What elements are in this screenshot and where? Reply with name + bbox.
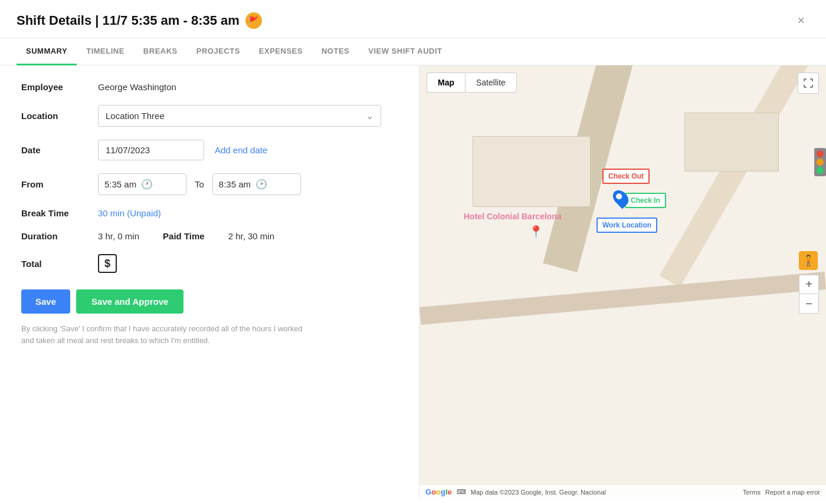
traffic-green: [817, 167, 824, 174]
tabs-bar: SUMMARY TIMELINE BREAKS PROJECTS EXPENSE…: [0, 38, 826, 65]
traffic-red: [817, 150, 824, 157]
duration-group: 3 hr, 0 min Paid Time 2 hr, 30 min: [98, 231, 274, 241]
keyboard-icon: ⌨: [457, 488, 466, 496]
break-label: Break Time: [21, 208, 98, 218]
date-row: Date Add end date: [21, 140, 398, 160]
save-button[interactable]: Save: [21, 289, 70, 314]
location-label: Location: [21, 111, 98, 121]
paid-time-label: Paid Time: [163, 231, 205, 241]
location-value: Location Three: [106, 111, 165, 121]
content-area: Employee George Washington Location Loca…: [0, 65, 826, 499]
worklocation-marker: Work Location: [596, 218, 657, 233]
clock-icon: 🕐: [141, 179, 153, 190]
map-tabs: Map Satellite: [427, 73, 517, 93]
break-row: Break Time 30 min (Unpaid): [21, 208, 398, 218]
tab-breaks[interactable]: BREAKS: [134, 38, 187, 65]
hotel-label: Hotel Colonial Barcelona: [464, 212, 562, 221]
map-pin-blue: [608, 189, 621, 207]
add-end-date-link[interactable]: Add end date: [215, 145, 267, 155]
terms-link[interactable]: Terms: [743, 489, 761, 496]
total-row: Total $: [21, 254, 398, 273]
from-label: From: [21, 179, 98, 189]
checkin-label: Check In: [625, 193, 666, 208]
map-side-controls: 🧍 + −: [799, 251, 819, 314]
road-3: [419, 272, 826, 325]
buttons-row: Save Save and Approve: [21, 289, 398, 314]
to-input[interactable]: 8:35 am 🕑: [212, 173, 301, 195]
total-label: Total: [21, 259, 98, 269]
paid-time-value: 2 hr, 30 min: [228, 231, 274, 241]
disclaimer-text: By clicking 'Save' I confirm that I have…: [21, 323, 304, 346]
break-value[interactable]: 30 min (Unpaid): [98, 208, 161, 218]
title-text: Shift Details | 11/7 5:35 am - 8:35 am: [17, 13, 240, 28]
date-label: Date: [21, 145, 98, 155]
employee-label: Employee: [21, 82, 98, 92]
date-input[interactable]: [98, 140, 204, 160]
block-2: [684, 113, 779, 172]
report-link[interactable]: Report a map error: [765, 489, 820, 496]
map-footer-links: Terms Report a map error: [743, 489, 820, 496]
google-logo: Google: [425, 487, 452, 496]
modal-header: Shift Details | 11/7 5:35 am - 8:35 am 🚩…: [0, 0, 826, 38]
checkout-marker: Check Out: [602, 169, 650, 184]
chevron-down-icon: ⌄: [366, 110, 373, 121]
traffic-yellow: [817, 159, 824, 166]
flag-icon: 🚩: [245, 12, 262, 29]
modal-container: Shift Details | 11/7 5:35 am - 8:35 am 🚩…: [0, 0, 826, 504]
tab-expenses[interactable]: EXPENSES: [250, 38, 312, 65]
location-row: Location Location Three ⌄: [21, 105, 398, 127]
block-1: [473, 136, 591, 207]
map-footer: Google ⌨ Map data ©2023 Google, Inst. Ge…: [419, 485, 826, 499]
zoom-out-button[interactable]: −: [799, 294, 818, 313]
tab-summary[interactable]: SUMMARY: [17, 38, 77, 65]
employee-row: Employee George Washington: [21, 82, 398, 92]
fullscreen-icon: [804, 78, 813, 88]
tab-projects[interactable]: PROJECTS: [187, 38, 250, 65]
location-select[interactable]: Location Three ⌄: [98, 105, 381, 127]
modal-title: Shift Details | 11/7 5:35 am - 8:35 am 🚩: [17, 12, 262, 29]
tab-timeline[interactable]: TIMELINE: [77, 38, 134, 65]
map-background: Hotel Colonial Barcelona 📍 Check Out Che…: [419, 65, 826, 499]
checkout-label: Check Out: [602, 169, 650, 184]
save-approve-button[interactable]: Save and Approve: [76, 289, 183, 314]
map-panel: Map Satellite Hotel Colonial Barcelona: [419, 65, 826, 499]
from-input[interactable]: 5:35 am 🕐: [98, 173, 186, 195]
pin-inner: [615, 192, 623, 200]
clock-icon-2: 🕑: [255, 179, 267, 190]
tab-view-shift-audit[interactable]: VIEW SHIFT AUDIT: [359, 38, 451, 65]
zoom-in-button[interactable]: +: [799, 275, 818, 294]
close-button[interactable]: ×: [792, 12, 809, 29]
employee-value: George Washington: [98, 82, 176, 92]
map-footer-text: Map data ©2023 Google, Inst. Geogr. Naci…: [471, 489, 606, 496]
dollar-icon: $: [98, 254, 117, 273]
pegman-icon[interactable]: 🧍: [799, 251, 818, 270]
tab-notes[interactable]: NOTES: [312, 38, 359, 65]
duration-row: Duration 3 hr, 0 min Paid Time 2 hr, 30 …: [21, 231, 398, 241]
hotel-pin-icon: 📍: [529, 225, 543, 239]
duration-value: 3 hr, 0 min: [98, 231, 139, 241]
zoom-controls: + −: [799, 275, 819, 314]
left-panel: Employee George Washington Location Loca…: [0, 65, 419, 499]
duration-label: Duration: [21, 231, 98, 241]
checkin-marker: Check In: [608, 189, 666, 208]
map-tab-satellite[interactable]: Satellite: [465, 73, 517, 93]
time-group: 5:35 am 🕐 To 8:35 am 🕑: [98, 173, 301, 195]
from-value: 5:35 am: [104, 179, 136, 189]
traffic-light: [814, 148, 826, 176]
to-value: 8:35 am: [219, 179, 251, 189]
to-label: To: [195, 179, 204, 189]
time-row: From 5:35 am 🕐 To 8:35 am 🕑: [21, 173, 398, 195]
worklocation-label: Work Location: [596, 218, 657, 233]
map-fullscreen-button[interactable]: [798, 73, 819, 94]
map-tab-map[interactable]: Map: [427, 73, 465, 93]
